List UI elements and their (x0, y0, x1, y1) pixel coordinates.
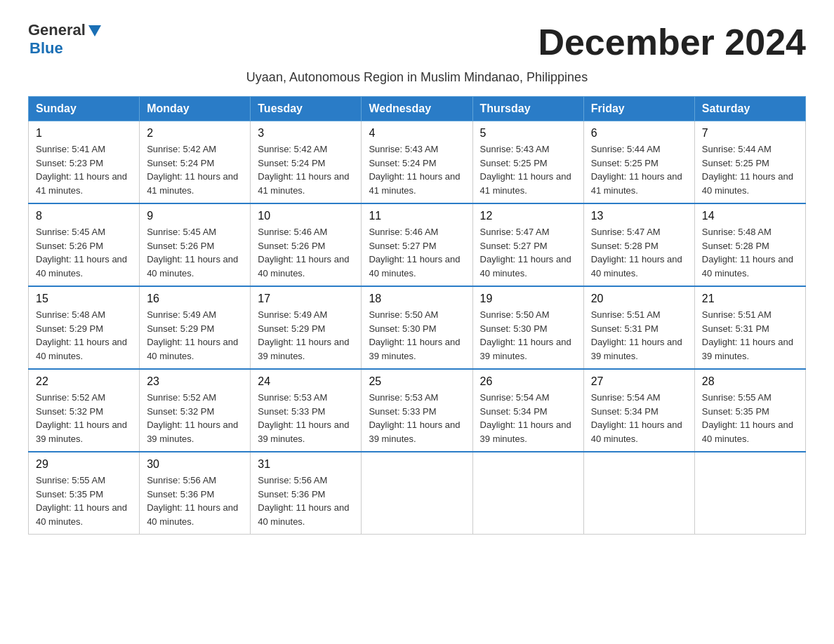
calendar-day-cell: 24 Sunrise: 5:53 AMSunset: 5:33 PMDaylig… (251, 369, 362, 452)
day-number: 12 (480, 210, 576, 222)
day-info: Sunrise: 5:46 AMSunset: 5:26 PMDaylight:… (258, 227, 349, 279)
day-info: Sunrise: 5:47 AMSunset: 5:28 PMDaylight:… (591, 227, 682, 279)
day-number: 30 (147, 458, 243, 471)
weekday-header-tuesday: Tuesday (251, 97, 362, 121)
calendar-day-cell: 30 Sunrise: 5:56 AMSunset: 5:36 PMDaylig… (140, 452, 251, 535)
day-number: 6 (591, 127, 687, 140)
day-number: 19 (480, 293, 576, 305)
day-info: Sunrise: 5:43 AMSunset: 5:25 PMDaylight:… (480, 144, 571, 196)
weekday-header-monday: Monday (140, 97, 251, 121)
calendar-day-cell: 4 Sunrise: 5:43 AMSunset: 5:24 PMDayligh… (362, 121, 472, 204)
weekday-header-wednesday: Wednesday (362, 97, 472, 121)
day-number: 17 (258, 293, 354, 305)
day-number: 10 (258, 210, 354, 222)
day-number: 11 (369, 210, 465, 222)
day-info: Sunrise: 5:54 AMSunset: 5:34 PMDaylight:… (480, 392, 571, 444)
day-number: 27 (591, 375, 687, 388)
day-info: Sunrise: 5:51 AMSunset: 5:31 PMDaylight:… (591, 309, 682, 361)
calendar-day-cell: 18 Sunrise: 5:50 AMSunset: 5:30 PMDaylig… (362, 286, 472, 369)
day-number: 24 (258, 375, 354, 388)
logo-triangle-icon (87, 24, 102, 38)
day-number: 31 (258, 458, 354, 471)
day-info: Sunrise: 5:45 AMSunset: 5:26 PMDaylight:… (147, 227, 238, 279)
day-info: Sunrise: 5:50 AMSunset: 5:30 PMDaylight:… (480, 309, 571, 361)
calendar-day-cell (694, 452, 805, 535)
day-number: 7 (702, 127, 798, 140)
day-info: Sunrise: 5:41 AMSunset: 5:23 PMDaylight:… (36, 144, 127, 196)
day-info: Sunrise: 5:52 AMSunset: 5:32 PMDaylight:… (147, 392, 238, 444)
day-number: 22 (36, 375, 132, 388)
calendar-day-cell: 25 Sunrise: 5:53 AMSunset: 5:33 PMDaylig… (362, 369, 472, 452)
calendar-day-cell: 8 Sunrise: 5:45 AMSunset: 5:26 PMDayligh… (29, 203, 140, 286)
day-number: 13 (591, 210, 687, 222)
calendar-day-cell: 13 Sunrise: 5:47 AMSunset: 5:28 PMDaylig… (583, 203, 694, 286)
weekday-header-sunday: Sunday (29, 97, 140, 121)
calendar-day-cell: 29 Sunrise: 5:55 AMSunset: 5:35 PMDaylig… (29, 452, 140, 535)
day-number: 29 (36, 458, 132, 471)
calendar-day-cell: 10 Sunrise: 5:46 AMSunset: 5:26 PMDaylig… (251, 203, 362, 286)
day-number: 21 (702, 293, 798, 305)
day-number: 26 (480, 375, 576, 388)
day-info: Sunrise: 5:54 AMSunset: 5:34 PMDaylight:… (591, 392, 682, 444)
weekday-header-friday: Friday (583, 97, 694, 121)
day-number: 20 (591, 293, 687, 305)
day-info: Sunrise: 5:56 AMSunset: 5:36 PMDaylight:… (147, 475, 238, 527)
day-info: Sunrise: 5:53 AMSunset: 5:33 PMDaylight:… (258, 392, 349, 444)
day-number: 1 (36, 127, 132, 140)
location-subtitle: Uyaan, Autonomous Region in Muslim Minda… (28, 70, 806, 85)
calendar-day-cell: 19 Sunrise: 5:50 AMSunset: 5:30 PMDaylig… (472, 286, 583, 369)
calendar-day-cell: 22 Sunrise: 5:52 AMSunset: 5:32 PMDaylig… (29, 369, 140, 452)
calendar-day-cell: 16 Sunrise: 5:49 AMSunset: 5:29 PMDaylig… (140, 286, 251, 369)
day-info: Sunrise: 5:42 AMSunset: 5:24 PMDaylight:… (258, 144, 349, 196)
calendar-day-cell: 21 Sunrise: 5:51 AMSunset: 5:31 PMDaylig… (694, 286, 805, 369)
day-info: Sunrise: 5:52 AMSunset: 5:32 PMDaylight:… (36, 392, 127, 444)
calendar-day-cell: 1 Sunrise: 5:41 AMSunset: 5:23 PMDayligh… (29, 121, 140, 204)
day-info: Sunrise: 5:55 AMSunset: 5:35 PMDaylight:… (36, 475, 127, 527)
weekday-header-thursday: Thursday (472, 97, 583, 121)
page-header: General Blue December 2024 (28, 21, 806, 63)
calendar-day-cell: 28 Sunrise: 5:55 AMSunset: 5:35 PMDaylig… (694, 369, 805, 452)
month-title: December 2024 (538, 21, 806, 63)
calendar-week-row: 1 Sunrise: 5:41 AMSunset: 5:23 PMDayligh… (29, 121, 806, 204)
calendar-day-cell: 31 Sunrise: 5:56 AMSunset: 5:36 PMDaylig… (251, 452, 362, 535)
day-info: Sunrise: 5:46 AMSunset: 5:27 PMDaylight:… (369, 227, 460, 279)
day-info: Sunrise: 5:49 AMSunset: 5:29 PMDaylight:… (258, 309, 349, 361)
day-number: 15 (36, 293, 132, 305)
day-number: 18 (369, 293, 465, 305)
calendar-table: SundayMondayTuesdayWednesdayThursdayFrid… (28, 96, 806, 535)
day-number: 23 (147, 375, 243, 388)
calendar-day-cell: 9 Sunrise: 5:45 AMSunset: 5:26 PMDayligh… (140, 203, 251, 286)
calendar-day-cell (362, 452, 472, 535)
day-info: Sunrise: 5:51 AMSunset: 5:31 PMDaylight:… (702, 309, 793, 361)
calendar-day-cell: 23 Sunrise: 5:52 AMSunset: 5:32 PMDaylig… (140, 369, 251, 452)
day-info: Sunrise: 5:56 AMSunset: 5:36 PMDaylight:… (258, 475, 349, 527)
logo-text-general: General (28, 21, 86, 39)
day-number: 25 (369, 375, 465, 388)
day-number: 8 (36, 210, 132, 222)
calendar-week-row: 29 Sunrise: 5:55 AMSunset: 5:35 PMDaylig… (29, 452, 806, 535)
day-info: Sunrise: 5:44 AMSunset: 5:25 PMDaylight:… (591, 144, 682, 196)
calendar-day-cell (472, 452, 583, 535)
day-info: Sunrise: 5:43 AMSunset: 5:24 PMDaylight:… (369, 144, 460, 196)
day-info: Sunrise: 5:42 AMSunset: 5:24 PMDaylight:… (147, 144, 238, 196)
day-number: 2 (147, 127, 243, 140)
day-info: Sunrise: 5:45 AMSunset: 5:26 PMDaylight:… (36, 227, 127, 279)
calendar-day-cell: 6 Sunrise: 5:44 AMSunset: 5:25 PMDayligh… (583, 121, 694, 204)
calendar-day-cell: 26 Sunrise: 5:54 AMSunset: 5:34 PMDaylig… (472, 369, 583, 452)
day-info: Sunrise: 5:53 AMSunset: 5:33 PMDaylight:… (369, 392, 460, 444)
weekday-header-saturday: Saturday (694, 97, 805, 121)
calendar-day-cell: 7 Sunrise: 5:44 AMSunset: 5:25 PMDayligh… (694, 121, 805, 204)
svg-marker-0 (88, 25, 101, 36)
calendar-day-cell (583, 452, 694, 535)
day-info: Sunrise: 5:48 AMSunset: 5:29 PMDaylight:… (36, 309, 127, 361)
calendar-day-cell: 14 Sunrise: 5:48 AMSunset: 5:28 PMDaylig… (694, 203, 805, 286)
day-info: Sunrise: 5:55 AMSunset: 5:35 PMDaylight:… (702, 392, 793, 444)
calendar-day-cell: 27 Sunrise: 5:54 AMSunset: 5:34 PMDaylig… (583, 369, 694, 452)
calendar-day-cell: 20 Sunrise: 5:51 AMSunset: 5:31 PMDaylig… (583, 286, 694, 369)
day-number: 3 (258, 127, 354, 140)
day-info: Sunrise: 5:47 AMSunset: 5:27 PMDaylight:… (480, 227, 571, 279)
day-info: Sunrise: 5:44 AMSunset: 5:25 PMDaylight:… (702, 144, 793, 196)
day-info: Sunrise: 5:48 AMSunset: 5:28 PMDaylight:… (702, 227, 793, 279)
day-number: 14 (702, 210, 798, 222)
calendar-day-cell: 3 Sunrise: 5:42 AMSunset: 5:24 PMDayligh… (251, 121, 362, 204)
